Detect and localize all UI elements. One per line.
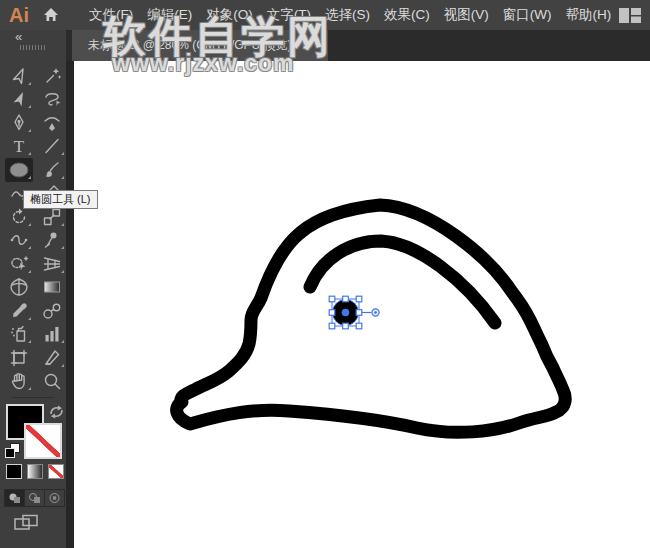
selection-tool[interactable] <box>5 64 33 88</box>
gradient-tool[interactable] <box>38 276 66 300</box>
menu-help[interactable]: 帮助(H) <box>558 0 618 30</box>
zoom-tool[interactable] <box>38 370 66 394</box>
screen-mode-icon <box>14 514 40 532</box>
perspective-grid-tool[interactable] <box>38 252 66 276</box>
workspace-switcher-icon[interactable] <box>618 7 642 24</box>
gradient-button[interactable] <box>27 464 43 479</box>
eyedropper-tool[interactable] <box>5 299 33 323</box>
menu-select[interactable]: 选择(S) <box>318 0 377 30</box>
document-tab-title: 未标题-1* @ 280% (CMYK/GPU 预览) <box>88 37 292 54</box>
paintbrush-tool[interactable] <box>38 158 66 182</box>
tools-panel: « <box>0 30 66 548</box>
color-button[interactable] <box>6 464 22 479</box>
menu-object[interactable]: 对象(O) <box>199 0 260 30</box>
menu-type[interactable]: 文字(T) <box>260 0 318 30</box>
menu-view[interactable]: 视图(V) <box>437 0 496 30</box>
hand-tool[interactable] <box>5 370 33 394</box>
menu-window[interactable]: 窗口(W) <box>496 0 559 30</box>
none-button[interactable] <box>48 464 64 479</box>
menu-list: 文件(F) 编辑(E) 对象(O) 文字(T) 选择(S) 效果(C) 视图(V… <box>82 0 618 30</box>
swap-fill-stroke-icon[interactable] <box>49 405 64 423</box>
slice-tool[interactable] <box>38 346 66 370</box>
selection-center-point <box>342 309 350 317</box>
live-shape-widget[interactable] <box>372 309 379 316</box>
artboard-tool[interactable] <box>5 346 33 370</box>
type-tool[interactable]: T <box>5 135 33 159</box>
width-tool[interactable] <box>5 229 33 253</box>
menubar-right <box>618 7 650 24</box>
toolbar-divider <box>12 397 54 398</box>
line-segment-tool[interactable] <box>38 135 66 159</box>
drawing-modes <box>4 489 65 507</box>
document-tab[interactable]: 未标题-1* @ 280% (CMYK/GPU 预览) × <box>72 30 328 61</box>
puppet-warp-tool[interactable] <box>38 229 66 253</box>
menu-edit[interactable]: 编辑(E) <box>140 0 199 30</box>
shape-builder-tool[interactable] <box>5 252 33 276</box>
default-fill-stroke-icon[interactable] <box>5 443 20 458</box>
pen-tool[interactable] <box>5 111 33 135</box>
home-button[interactable] <box>42 6 60 24</box>
app-logo: Ai <box>9 4 29 27</box>
draw-inside-mode[interactable] <box>45 490 64 506</box>
panel-grip-handle[interactable] <box>20 45 46 50</box>
draw-normal-mode[interactable] <box>5 490 25 506</box>
artboard-canvas[interactable] <box>74 61 650 548</box>
type-tool-glyph: T <box>14 137 25 156</box>
color-type-buttons <box>6 464 64 479</box>
artwork-layer <box>74 61 650 548</box>
magic-wand-tool[interactable] <box>38 64 66 88</box>
stroke-color-swatch[interactable] <box>24 423 62 459</box>
mesh-tool[interactable] <box>5 276 33 300</box>
close-icon[interactable]: × <box>304 39 312 52</box>
symbol-sprayer-tool[interactable] <box>5 323 33 347</box>
collapse-panels-icon[interactable]: « <box>15 29 22 44</box>
tool-tooltip: 椭圆工具 (L) <box>23 190 98 209</box>
default-fill-chip <box>5 448 15 458</box>
menu-file[interactable]: 文件(F) <box>82 0 140 30</box>
tool-grid: T <box>0 64 66 393</box>
curvature-tool[interactable] <box>38 111 66 135</box>
column-graph-tool[interactable] <box>38 323 66 347</box>
screen-mode-button[interactable] <box>14 514 40 536</box>
menu-bar: Ai 文件(F) 编辑(E) 对象(O) 文字(T) 选择(S) 效果(C) 视… <box>0 0 650 30</box>
menu-effect[interactable]: 效果(C) <box>377 0 437 30</box>
document-tab-strip: 未标题-1* @ 280% (CMYK/GPU 预览) × <box>66 30 650 61</box>
home-icon <box>42 6 60 24</box>
blend-tool[interactable] <box>38 299 66 323</box>
illustrator-window: Ai 文件(F) 编辑(E) 对象(O) 文字(T) 选择(S) 效果(C) 视… <box>0 0 650 548</box>
lasso-tool[interactable] <box>38 88 66 112</box>
ellipse-tool[interactable] <box>5 158 33 182</box>
direct-selection-tool[interactable] <box>5 88 33 112</box>
draw-behind-mode[interactable] <box>25 490 45 506</box>
